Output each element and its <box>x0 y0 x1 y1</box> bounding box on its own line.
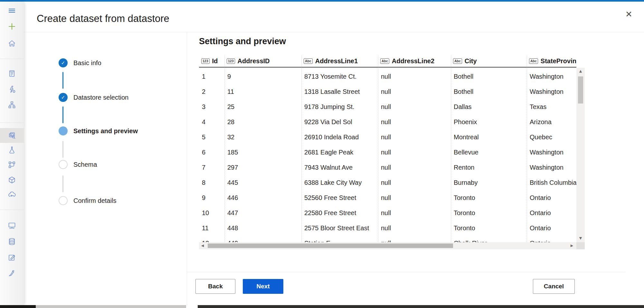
table-body: 198713 Yosemite Ct.nullBothellWashington… <box>199 68 576 243</box>
sidebar-item-compute[interactable] <box>0 218 24 233</box>
flask-icon <box>8 146 16 154</box>
table-cell: Montreal <box>451 134 527 141</box>
horizontal-scrollbar-thumb[interactable] <box>208 243 453 248</box>
step-circle: ✓ <box>59 58 68 67</box>
scroll-right-icon[interactable]: ▶ <box>569 242 575 249</box>
home-icon <box>8 39 16 48</box>
sidebar-divider <box>0 210 24 210</box>
wizard-step-basic-info[interactable]: ✓ Basic info <box>59 58 101 67</box>
notebooks-icon <box>8 69 16 78</box>
table-cell: 1318 Lasalle Street <box>301 88 378 95</box>
table-cell: Washington <box>527 73 576 80</box>
table-cell: null <box>378 209 451 217</box>
wizard-connector <box>62 106 63 123</box>
table-cell: Washington <box>527 88 576 95</box>
wizard-connector <box>62 72 63 89</box>
table-row: 944652560 Free StreetnullTorontoOntario <box>199 190 576 205</box>
table-cell: Phoenix <box>451 118 527 126</box>
bottom-strip <box>198 305 644 308</box>
wizard-step-settings-and-preview[interactable]: ✓ Settings and preview <box>59 126 138 135</box>
cube-icon <box>8 176 16 184</box>
table-cell: 25 <box>224 103 301 111</box>
table-cell: null <box>378 149 451 156</box>
sidebar-item-datasets[interactable] <box>0 128 24 143</box>
bottom-strip <box>36 305 186 308</box>
next-button[interactable]: Next <box>243 279 283 294</box>
table-row: 4289228 Via Del SolnullPhoenixArizona <box>199 114 576 130</box>
table-cell: 6 <box>199 149 224 156</box>
table-cell: Bothell <box>451 73 527 80</box>
sidebar-item-endpoints[interactable] <box>0 187 24 202</box>
edit-square-icon <box>8 253 16 262</box>
cancel-button[interactable]: Cancel <box>533 279 575 294</box>
table-cell: 9178 Jumping St. <box>301 103 378 111</box>
scroll-down-icon[interactable]: ▼ <box>576 236 585 241</box>
datasets-icon <box>8 131 16 140</box>
close-icon[interactable]: ✕ <box>624 9 634 19</box>
table-cell: 3 <box>199 103 224 111</box>
table-cell: 297 <box>224 164 301 171</box>
step-circle: ✓ <box>59 196 68 205</box>
sidebar-item-models[interactable] <box>0 173 24 187</box>
column-type-icon: 123 <box>201 58 210 64</box>
table-cell: 52560 Free Street <box>301 194 378 202</box>
table-row: 198713 Yosemite Ct.nullBothellWashington <box>199 69 576 84</box>
step-label: Datastore selection <box>73 94 128 101</box>
sidebar-item-experiments[interactable] <box>0 143 24 157</box>
table-cell: null <box>378 73 451 80</box>
step-label: Settings and preview <box>73 127 138 135</box>
table-cell: 9 <box>224 73 301 80</box>
bottom-strip <box>186 305 198 308</box>
designer-icon <box>8 101 16 109</box>
table-cell: 1 <box>199 73 224 80</box>
sidebar-item-new[interactable] <box>0 19 24 34</box>
sidebar-item-pipelines[interactable] <box>0 157 24 172</box>
sidebar-item-designer[interactable] <box>0 97 24 112</box>
sidebar-divider <box>0 123 24 123</box>
sidebar-item-menu[interactable] <box>0 3 24 18</box>
wizard-step-confirm-details[interactable]: ✓ Confirm details <box>59 196 116 205</box>
column-label: Id <box>212 57 218 65</box>
column-label: StateProvince <box>541 57 576 65</box>
wizard-step-schema[interactable]: ✓ Schema <box>59 160 97 169</box>
vertical-scrollbar-thumb[interactable] <box>578 76 583 104</box>
table-cell: British Columbia <box>527 179 576 186</box>
table-cell: null <box>378 88 451 95</box>
scroll-up-icon[interactable]: ▲ <box>576 69 585 74</box>
table-cell: 28 <box>224 118 301 126</box>
table-cell: 2681 Eagle Peak <box>301 149 378 156</box>
sidebar-item-notebooks[interactable] <box>0 66 24 81</box>
table-cell: Bellevue <box>451 149 527 156</box>
step-label: Confirm details <box>73 197 116 204</box>
table-cell: 446 <box>224 194 301 202</box>
step-circle: ✓ <box>59 93 68 102</box>
wizard-connector <box>62 141 63 158</box>
table-cell: Dallas <box>451 103 527 111</box>
page-title: Settings and preview <box>199 35 392 47</box>
wizard-step-datastore-selection[interactable]: ✓ Datastore selection <box>59 93 128 102</box>
sidebar-item-automated-ml[interactable] <box>0 82 24 97</box>
table-cell: 26910 Indela Road <box>301 134 378 141</box>
table-cell: 11 <box>199 224 224 232</box>
step-circle: ✓ <box>59 160 68 169</box>
database-icon <box>8 237 16 246</box>
table-cell: 447 <box>224 209 301 217</box>
table-cell: Toronto <box>451 224 527 232</box>
table-cell: Washington <box>527 149 576 156</box>
bottom-strip <box>0 305 36 308</box>
sidebar-item-home[interactable] <box>0 36 24 51</box>
table-cell: 22580 Free Street <box>301 209 378 217</box>
sidebar-item-linked-services[interactable] <box>0 266 24 281</box>
table-cell: 445 <box>224 179 301 186</box>
table-row: 53226910 Indela RoadnullMontrealQuebec <box>199 130 576 145</box>
scroll-left-icon[interactable]: ◀ <box>200 242 205 249</box>
sidebar <box>0 2 24 305</box>
back-button[interactable]: Back <box>195 279 235 294</box>
sidebar-item-data-labeling[interactable] <box>0 250 24 265</box>
dialog-title: Create dataset from datastore <box>37 12 327 26</box>
table-cell: null <box>378 118 451 126</box>
header-cell: 123Id <box>199 57 224 65</box>
sidebar-item-datastores[interactable] <box>0 234 24 249</box>
sidebar-divider <box>0 59 24 59</box>
table-cell: null <box>378 224 451 232</box>
